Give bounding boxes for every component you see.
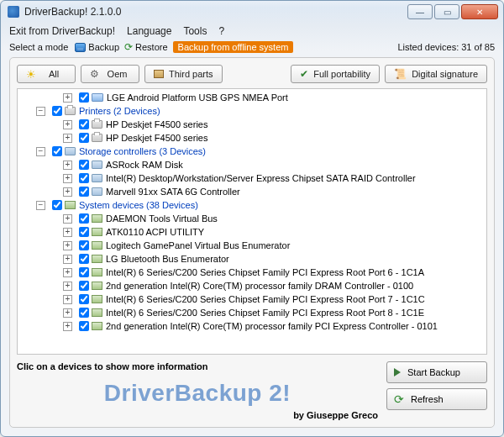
prn-icon <box>92 120 102 129</box>
tree-item[interactable]: +Intel(R) 6 Series/C200 Series Chipset F… <box>18 266 486 279</box>
start-backup-label: Start Backup <box>407 367 460 377</box>
refresh-label: Refresh <box>411 394 444 404</box>
expand-toggle[interactable]: + <box>63 282 72 291</box>
expand-toggle[interactable]: + <box>63 322 72 331</box>
item-label: Marvell 91xx SATA 6G Controller <box>106 187 240 197</box>
tree-item[interactable]: +LGE Android Platform USB GPS NMEA Port <box>18 91 486 104</box>
filter-oem-button[interactable]: ⚙ Oem <box>81 65 139 83</box>
item-checkbox[interactable] <box>52 200 62 210</box>
item-checkbox[interactable] <box>79 187 89 197</box>
start-backup-button[interactable]: Start Backup <box>386 361 487 383</box>
expand-toggle[interactable]: + <box>63 308 72 318</box>
menu-exit[interactable]: Exit from DriverBackup! <box>9 25 115 37</box>
expand-toggle[interactable]: + <box>63 255 72 264</box>
shield-icon: ✔ <box>300 68 308 80</box>
tree-item[interactable]: +2nd generation Intel(R) Core(TM) proces… <box>18 319 486 333</box>
chip-icon <box>65 201 76 209</box>
mode-offline-label: Backup from offline system <box>178 42 289 52</box>
item-checkbox[interactable] <box>79 213 89 224</box>
item-checkbox[interactable] <box>79 321 89 331</box>
tree-item[interactable]: +Marvell 91xx SATA 6G Controller <box>18 185 486 198</box>
expand-toggle[interactable]: + <box>63 214 72 224</box>
filter-thirdparts-button[interactable]: Third parts <box>144 65 223 83</box>
item-label: Logitech GamePanel Virtual Bus Enumerato… <box>106 240 290 250</box>
tree-item[interactable]: +HP Deskjet F4500 series <box>18 118 486 131</box>
expand-toggle[interactable]: + <box>63 174 72 183</box>
item-label: DAEMON Tools Virtual Bus <box>106 213 218 224</box>
item-checkbox[interactable] <box>79 173 89 183</box>
drv-icon <box>92 161 102 169</box>
mode-backup[interactable]: Backup <box>75 42 119 52</box>
tree-category[interactable]: −Storage controllers (3 Devices) <box>18 145 486 158</box>
maximize-button[interactable]: ▭ <box>434 4 459 19</box>
item-checkbox[interactable] <box>79 160 89 170</box>
item-checkbox[interactable] <box>79 227 89 237</box>
item-checkbox[interactable] <box>79 133 89 143</box>
expand-toggle[interactable]: + <box>63 295 72 304</box>
close-button[interactable]: ✕ <box>461 4 498 19</box>
tree-item[interactable]: +Intel(R) 6 Series/C200 Series Chipset F… <box>18 292 486 306</box>
item-checkbox[interactable] <box>79 92 89 103</box>
item-checkbox[interactable] <box>79 267 89 277</box>
minimize-button[interactable]: — <box>407 4 433 19</box>
tree-item[interactable]: +DAEMON Tools Virtual Bus <box>18 212 486 225</box>
menu-help[interactable]: ? <box>218 25 224 37</box>
drv-icon <box>92 187 102 196</box>
item-checkbox[interactable] <box>52 146 62 156</box>
tree-item[interactable]: +ASRock RAM Disk <box>18 158 486 171</box>
item-checkbox[interactable] <box>79 308 89 318</box>
drv-icon <box>92 174 102 182</box>
item-checkbox[interactable] <box>79 240 89 250</box>
refresh-button[interactable]: ⟳ Refresh <box>386 388 487 410</box>
expand-toggle[interactable]: + <box>63 161 72 170</box>
menu-tools[interactable]: Tools <box>183 25 207 37</box>
tree-item[interactable]: +HP Deskjet F4500 series <box>18 131 486 145</box>
expand-toggle[interactable]: + <box>63 187 72 197</box>
chip-icon <box>92 214 102 223</box>
chip-icon <box>92 268 102 276</box>
expand-toggle[interactable]: + <box>63 134 72 143</box>
box-icon <box>154 70 164 78</box>
tree-item[interactable]: +2nd generation Intel(R) Core(TM) proces… <box>18 279 486 292</box>
chip-icon <box>92 295 102 303</box>
item-checkbox[interactable] <box>79 281 89 291</box>
item-checkbox[interactable] <box>79 254 89 264</box>
full-portability-label: Full portability <box>313 69 370 79</box>
tree-item[interactable]: +Intel(R) Desktop/Workstation/Server Exp… <box>18 171 486 185</box>
action-buttons: Start Backup ⟳ Refresh <box>386 361 487 420</box>
item-checkbox[interactable] <box>52 106 62 116</box>
expand-toggle[interactable]: + <box>63 120 72 129</box>
prn-icon <box>92 134 102 142</box>
expand-toggle[interactable]: − <box>36 107 45 116</box>
item-checkbox[interactable] <box>79 119 89 129</box>
digital-signature-button[interactable]: 📜 Digital signature <box>385 65 487 83</box>
mode-restore-label: Restore <box>135 42 168 52</box>
full-portability-button[interactable]: ✔ Full portability <box>291 65 380 83</box>
chip-icon <box>92 228 102 236</box>
prn-icon <box>65 107 76 115</box>
expand-toggle[interactable]: − <box>36 201 45 210</box>
expand-toggle[interactable]: − <box>36 147 45 156</box>
device-tree[interactable]: +LGE Android Platform USB GPS NMEA Port−… <box>17 88 487 355</box>
menu-language[interactable]: Language <box>127 25 171 37</box>
tree-category[interactable]: −Printers (2 Devices) <box>18 104 486 118</box>
mode-offline[interactable]: Backup from offline system <box>173 41 294 53</box>
tree-category[interactable]: −System devices (38 Devices) <box>18 198 486 212</box>
mode-restore[interactable]: ⟳ Restore <box>124 41 168 53</box>
item-checkbox[interactable] <box>79 294 89 304</box>
tree-item[interactable]: +ATK0110 ACPI UTILITY <box>18 225 486 239</box>
filter-all-button[interactable]: ☀ All <box>17 65 76 83</box>
select-mode-label: Select a mode <box>9 42 68 52</box>
info-hint: Clic on a devices to show more informati… <box>17 361 378 371</box>
tree-item[interactable]: +LG Bluetooth Bus Enumerator <box>18 252 486 266</box>
expand-toggle[interactable]: + <box>63 241 72 250</box>
expand-toggle[interactable]: + <box>63 93 72 103</box>
bottom-area: Clic on a devices to show more informati… <box>17 361 487 420</box>
expand-toggle[interactable]: + <box>63 228 72 237</box>
expand-toggle[interactable]: + <box>63 268 72 277</box>
titlebar[interactable]: DriverBackup! 2.1.0.0 — ▭ ✕ <box>1 1 503 23</box>
main-panel: ☀ All ⚙ Oem Third parts ✔ Full portabili… <box>9 57 495 428</box>
tree-item[interactable]: +Intel(R) 6 Series/C200 Series Chipset F… <box>18 306 486 319</box>
mode-toolbar: Select a mode Backup ⟳ Restore Backup fr… <box>1 39 503 55</box>
tree-item[interactable]: +Logitech GamePanel Virtual Bus Enumerat… <box>18 239 486 252</box>
